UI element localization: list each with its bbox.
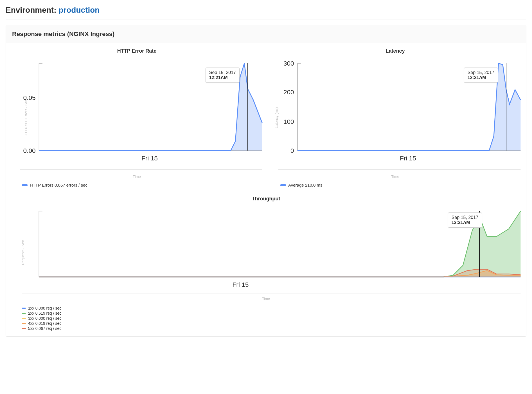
- chart-tooltip: Sep 15, 2017 12:21AM: [206, 68, 240, 83]
- legend-item-3xx[interactable]: 3xx 0.000 req / sec: [22, 316, 523, 321]
- legend-swatch: [280, 184, 286, 186]
- legend-swatch: [22, 323, 26, 324]
- legend-swatch: [22, 184, 28, 186]
- divider: [6, 19, 526, 19]
- svg-text:0.00: 0.00: [23, 147, 36, 154]
- chart-latency[interactable]: Latency Latency (ms) 0 100 200 300 Fri 1…: [268, 48, 523, 188]
- svg-text:300: 300: [283, 60, 294, 67]
- legend-item[interactable]: Average 210.0 ms: [280, 183, 523, 187]
- legend-swatch: [22, 308, 26, 309]
- legend-text: HTTP Errors 0.067 errors / sec: [30, 183, 87, 187]
- legend-item-2xx[interactable]: 2xx 0.619 req / sec: [22, 311, 523, 315]
- svg-text:Fri 15: Fri 15: [233, 281, 249, 288]
- card-title: Response metrics (NGINX Ingress): [6, 25, 526, 43]
- env-name-link[interactable]: production: [58, 6, 100, 14]
- tooltip-time: 12:21AM: [209, 75, 236, 80]
- chart-title: Throughput: [9, 196, 523, 202]
- legend-item-5xx[interactable]: 5xx 0.067 req / sec: [22, 326, 523, 331]
- y-axis-label: Latency (ms): [274, 107, 279, 128]
- chart-tooltip: Sep 15, 2017 12:21AM: [448, 212, 482, 228]
- svg-text:Fri 15: Fri 15: [400, 155, 416, 162]
- env-label: Environment:: [6, 6, 56, 14]
- y-axis-label: HTTP 500 Errors / Sec: [24, 99, 28, 136]
- chart-title: Latency: [268, 48, 523, 54]
- x-axis-label: Time: [9, 297, 523, 301]
- legend-text: 4xx 0.019 req / sec: [28, 321, 61, 326]
- chart-throughput[interactable]: Throughput Requests / Sec Fri 15: [9, 196, 523, 331]
- legend-swatch: [22, 328, 26, 329]
- x-axis-label: Time: [268, 174, 523, 179]
- tooltip-date: Sep 15, 2017: [209, 70, 236, 75]
- tooltip-date: Sep 15, 2017: [452, 215, 478, 220]
- tooltip-time: 12:21AM: [468, 75, 494, 80]
- legend-text: 2xx 0.619 req / sec: [28, 311, 61, 315]
- legend-text: Average 210.0 ms: [288, 183, 322, 187]
- legend-text: 1xx 0.000 req / sec: [28, 306, 61, 310]
- legend-text: 5xx 0.067 req / sec: [28, 326, 61, 331]
- legend-text: 3xx 0.000 req / sec: [28, 316, 61, 321]
- legend-swatch: [22, 318, 26, 319]
- metrics-card: Response metrics (NGINX Ingress) HTTP Er…: [6, 25, 526, 337]
- tooltip-time: 12:21AM: [452, 220, 478, 225]
- tooltip-date: Sep 15, 2017: [468, 70, 494, 75]
- chart-http-error-rate[interactable]: HTTP Error Rate HTTP 500 Errors / Sec 0.…: [9, 48, 264, 188]
- chart-svg: Fri 15: [9, 207, 523, 296]
- chart-title: HTTP Error Rate: [9, 48, 264, 54]
- x-axis-label: Time: [9, 174, 264, 179]
- y-axis-label: Requests / Sec: [21, 240, 25, 265]
- legend-swatch: [22, 313, 26, 314]
- legend-item[interactable]: HTTP Errors 0.067 errors / sec: [22, 183, 264, 187]
- svg-text:0: 0: [290, 147, 294, 154]
- chart-tooltip: Sep 15, 2017 12:21AM: [464, 68, 498, 83]
- page-header: Environment: production: [6, 6, 526, 19]
- svg-text:100: 100: [283, 118, 294, 125]
- legend-item-4xx[interactable]: 4xx 0.019 req / sec: [22, 321, 523, 326]
- svg-text:200: 200: [283, 88, 294, 96]
- legend-item-1xx[interactable]: 1xx 0.000 req / sec: [22, 306, 523, 310]
- svg-text:Fri 15: Fri 15: [141, 155, 158, 162]
